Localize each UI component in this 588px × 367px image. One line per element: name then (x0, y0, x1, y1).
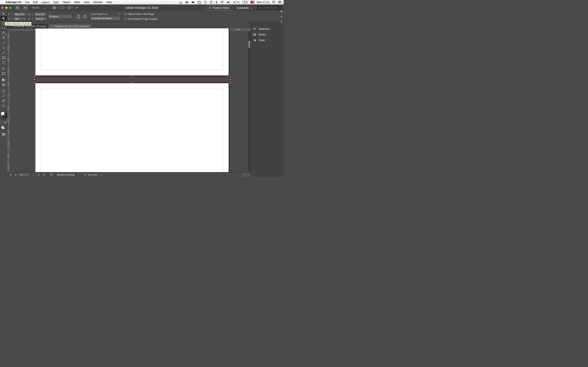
window-close-button[interactable] (1, 7, 4, 9)
notification-center-icon[interactable] (278, 1, 282, 3)
liquid-rule-select[interactable]: Controlled by Master⌄ (90, 16, 121, 20)
view-options-button[interactable]: ▾ (52, 6, 58, 9)
palette-close-icon[interactable]: ✕ (1, 2, 3, 4)
line-tool[interactable] (0, 40, 7, 45)
page-number-input[interactable] (19, 173, 30, 176)
window-minimize-button[interactable] (5, 7, 8, 9)
eyedropper-tool[interactable] (0, 94, 7, 99)
gap-tool[interactable] (0, 26, 7, 31)
h-input[interactable] (34, 17, 47, 21)
y-input[interactable] (14, 17, 26, 21)
type-tool[interactable] (0, 35, 7, 40)
panel-stroke[interactable]: Stroke (251, 32, 284, 38)
menu-edit[interactable]: Edit (33, 1, 38, 4)
screen-mode-button[interactable]: ▾ (60, 6, 66, 9)
quick-apply-icon[interactable] (280, 15, 283, 18)
arrange-button[interactable]: ▾ (68, 6, 73, 9)
last-page-button[interactable]: ▸I (43, 173, 46, 176)
menu-file[interactable]: File (25, 1, 29, 4)
zoom-tool[interactable] (0, 103, 7, 108)
window-maximize-button[interactable] (9, 7, 11, 9)
menu-type[interactable]: Type (53, 1, 59, 4)
menu-help[interactable]: Help (106, 1, 112, 4)
w-stepper[interactable]: ▴▾ (31, 13, 34, 16)
default-fill-stroke[interactable] (1, 126, 7, 130)
selection-tool[interactable] (0, 11, 7, 16)
scroll-thumb[interactable] (249, 41, 250, 48)
first-page-button[interactable]: I◂ (9, 173, 12, 176)
ruler-origin[interactable] (7, 28, 10, 32)
panel-color[interactable]: Color (251, 38, 284, 43)
adobe-stock-search[interactable] (257, 6, 281, 10)
open-dialog-icon[interactable] (50, 173, 53, 176)
style-dropdown-icon[interactable]: ⌄ (77, 173, 80, 176)
bridge-button[interactable]: Br (15, 6, 20, 10)
free-transform-tool[interactable] (0, 71, 7, 76)
preflight-status[interactable]: No errors (88, 174, 98, 176)
menuextra-icon-6[interactable] (210, 1, 213, 4)
fill-stroke-swatch[interactable] (1, 112, 7, 117)
battery-percent[interactable]: 97 % (233, 1, 240, 4)
dropbox-icon[interactable] (185, 1, 189, 4)
gradient-feather-tool[interactable] (0, 82, 7, 87)
palette-grip[interactable] (1, 5, 5, 7)
zoom-level[interactable]: 54,1% (30, 6, 41, 9)
scissors-tool[interactable] (0, 66, 7, 71)
battery-icon[interactable] (242, 1, 248, 3)
direct-selection-tool[interactable] (0, 16, 7, 21)
gradient-swatch-tool[interactable] (0, 77, 7, 82)
stock-button[interactable]: St (22, 6, 28, 10)
publish-online-button[interactable]: Publish Online (205, 5, 233, 10)
page-dropdown-icon[interactable]: ⌄ (32, 173, 35, 176)
flag-icon[interactable] (251, 1, 254, 3)
y-stepper[interactable]: ▴▾ (11, 17, 13, 20)
x-input[interactable] (14, 12, 26, 16)
menu-window[interactable]: Window (93, 1, 103, 4)
workspace-switcher[interactable]: Essentials ⌄ (235, 6, 255, 9)
status-style[interactable]: [Basic] (working) (57, 174, 75, 176)
menu-layout[interactable]: Layout (42, 1, 49, 4)
page-size-preset[interactable]: [Custom]⌄ (48, 15, 72, 18)
page-upper[interactable] (35, 28, 229, 76)
screen-mode-tool[interactable] (0, 132, 7, 137)
adobe-stock-input[interactable] (263, 6, 279, 9)
note-tool[interactable] (0, 89, 7, 94)
next-page-button[interactable]: ▸ (37, 173, 40, 176)
menu-object[interactable]: Object (62, 1, 70, 4)
gear-icon[interactable]: ✱ (280, 10, 283, 13)
menuextra-icon-3[interactable] (191, 1, 195, 3)
vertical-ruler[interactable]: 4854606606121824303642 (7, 32, 10, 172)
page-lower[interactable] (35, 83, 229, 172)
h-stepper[interactable]: ▴▾ (31, 17, 34, 20)
panel-swatches[interactable]: Swatches (251, 26, 284, 32)
split-view-toggle[interactable] (243, 173, 249, 176)
master-overlay-checkbox-row[interactable]: Show Master Page Overlay (124, 17, 157, 20)
document-tab-2[interactable]: × *Untitled-2 @ 54% [GPU Preview] (48, 24, 91, 29)
gpu-perf-icon[interactable] (75, 6, 79, 9)
prev-page-button[interactable]: ◂ (14, 173, 17, 176)
pen-tool[interactable] (0, 45, 7, 50)
close-icon[interactable]: × (51, 25, 52, 27)
rectangle-tool[interactable] (0, 60, 7, 65)
bluetooth-icon[interactable] (215, 1, 217, 4)
menuextra-icon-5[interactable] (204, 1, 207, 4)
objects-move-checkbox-row[interactable]: Objects Move with Page (124, 13, 157, 16)
app-menu[interactable]: InDesign CC (6, 1, 21, 4)
orientation-landscape-button[interactable] (82, 14, 87, 19)
orientation-portrait-button[interactable] (76, 14, 81, 19)
w-input[interactable] (34, 12, 47, 16)
vertical-scrollbar[interactable] (248, 32, 251, 172)
volume-icon[interactable] (227, 1, 231, 4)
menu-view[interactable]: View (84, 1, 90, 4)
pencil-tool[interactable] (0, 50, 7, 55)
collapse-panels-icon[interactable]: ◂◂ (251, 22, 284, 24)
hand-tool[interactable] (0, 99, 7, 103)
clock[interactable]: Mon 17:21 (257, 1, 269, 4)
wifi-icon[interactable] (220, 1, 224, 3)
zoom-dropdown-icon[interactable]: ⌄ (44, 6, 46, 9)
creative-cloud-icon[interactable] (198, 1, 201, 3)
preflight-dropdown-icon[interactable]: ⌄ (100, 173, 103, 176)
x-stepper[interactable]: ▴▾ (11, 13, 13, 16)
apply-color-modes[interactable]: T (1, 121, 7, 124)
selection-frame[interactable] (34, 76, 230, 83)
